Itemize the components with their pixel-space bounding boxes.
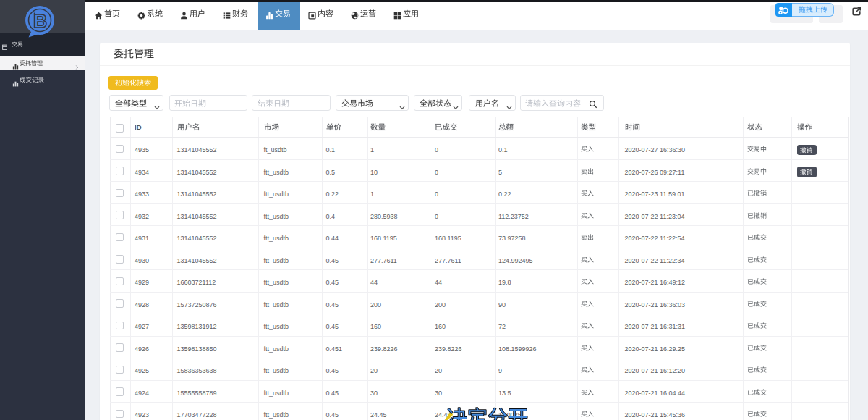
svg-text:B: B xyxy=(34,10,48,32)
